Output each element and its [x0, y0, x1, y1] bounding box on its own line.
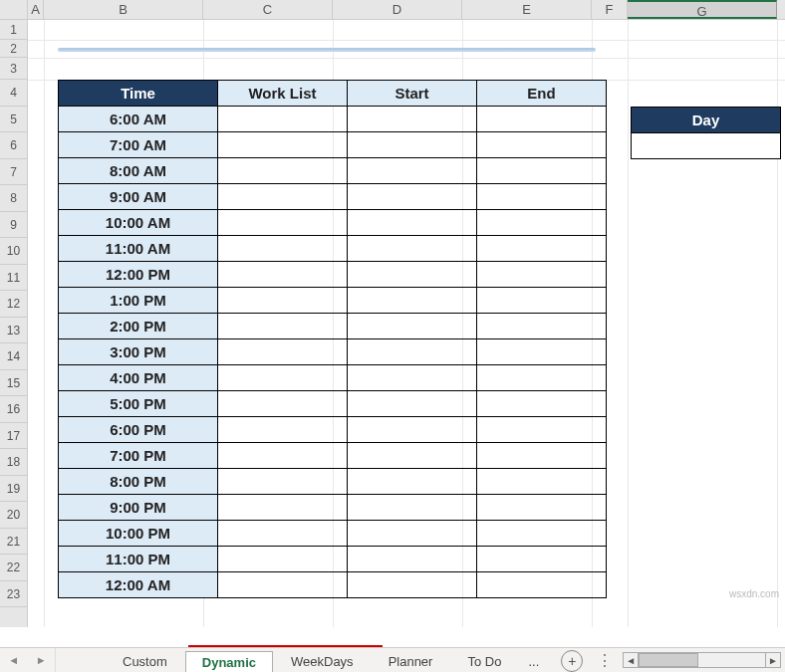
- cell[interactable]: [477, 521, 607, 547]
- row-header[interactable]: 13: [0, 318, 27, 344]
- row-header[interactable]: 14: [0, 343, 27, 370]
- header-day[interactable]: Day: [632, 108, 781, 133]
- row-header[interactable]: 20: [0, 502, 27, 529]
- time-cell[interactable]: 12:00 PM: [59, 262, 218, 288]
- row-header[interactable]: 23: [0, 581, 27, 608]
- cell[interactable]: [348, 184, 477, 210]
- cell[interactable]: [348, 288, 477, 314]
- cell[interactable]: [218, 521, 348, 547]
- time-cell[interactable]: 12:00 AM: [59, 572, 218, 598]
- cell[interactable]: [218, 132, 348, 158]
- time-cell[interactable]: 9:00 AM: [59, 184, 218, 210]
- nav-prev-icon[interactable]: ◄: [8, 654, 19, 666]
- cell[interactable]: [218, 184, 348, 210]
- header-worklist[interactable]: Work List: [218, 81, 348, 107]
- time-cell[interactable]: 6:00 PM: [59, 417, 218, 443]
- cell[interactable]: [477, 547, 607, 572]
- cell[interactable]: [477, 314, 607, 339]
- row-header[interactable]: 9: [0, 212, 27, 239]
- nav-next-icon[interactable]: ►: [36, 654, 47, 666]
- row-header[interactable]: 7: [0, 159, 27, 186]
- time-cell[interactable]: 8:00 AM: [59, 158, 218, 184]
- cell[interactable]: [477, 107, 607, 132]
- row-header[interactable]: 6: [0, 132, 27, 159]
- cell[interactable]: [477, 391, 607, 417]
- cell[interactable]: [348, 572, 477, 598]
- row-header[interactable]: 10: [0, 238, 27, 265]
- cell[interactable]: [348, 210, 477, 236]
- cell[interactable]: [218, 314, 348, 339]
- spreadsheet-grid[interactable]: Time Work List Start End 6:00 AM 7:00 AM…: [28, 20, 785, 627]
- cell[interactable]: [477, 236, 607, 262]
- cell[interactable]: [218, 339, 348, 365]
- col-header-a[interactable]: A: [28, 0, 44, 19]
- cell[interactable]: [348, 132, 477, 158]
- time-cell[interactable]: 5:00 PM: [59, 391, 218, 417]
- cell[interactable]: [348, 158, 477, 184]
- cell[interactable]: [218, 262, 348, 288]
- header-start[interactable]: Start: [348, 81, 477, 107]
- cell[interactable]: [477, 417, 607, 443]
- row-header[interactable]: 8: [0, 185, 27, 212]
- time-cell[interactable]: 11:00 PM: [59, 547, 218, 572]
- cell[interactable]: [477, 339, 607, 365]
- scroll-left-icon[interactable]: ◄: [623, 652, 639, 668]
- row-header[interactable]: 3: [0, 58, 27, 80]
- tab-dynamic[interactable]: Dynamic: [185, 651, 273, 672]
- add-sheet-button[interactable]: +: [561, 650, 583, 672]
- row-header[interactable]: 15: [0, 370, 27, 397]
- scroll-thumb[interactable]: [639, 653, 698, 667]
- cell[interactable]: [218, 495, 348, 521]
- scroll-track[interactable]: [638, 652, 766, 668]
- cell[interactable]: [218, 210, 348, 236]
- time-cell[interactable]: 2:00 PM: [59, 314, 218, 339]
- row-header[interactable]: 22: [0, 555, 27, 581]
- cell[interactable]: [348, 521, 477, 547]
- time-cell[interactable]: 10:00 PM: [59, 521, 218, 547]
- time-cell[interactable]: 10:00 AM: [59, 210, 218, 236]
- cell[interactable]: [348, 314, 477, 339]
- header-time[interactable]: Time: [59, 81, 218, 107]
- row-header[interactable]: 4: [0, 80, 27, 107]
- cell[interactable]: [348, 339, 477, 365]
- cell[interactable]: [477, 495, 607, 521]
- cell[interactable]: [348, 107, 477, 132]
- time-cell[interactable]: 7:00 AM: [59, 132, 218, 158]
- tab-weekdays[interactable]: WeekDays: [274, 650, 371, 672]
- time-cell[interactable]: 8:00 PM: [59, 469, 218, 495]
- col-header-f[interactable]: F: [592, 0, 628, 19]
- time-cell[interactable]: 3:00 PM: [59, 339, 218, 365]
- cell[interactable]: [348, 469, 477, 495]
- tab-custom[interactable]: Custom: [106, 650, 184, 672]
- row-header[interactable]: 17: [0, 423, 27, 450]
- sheet-nav-arrows[interactable]: ◄ ►: [0, 648, 56, 672]
- row-header[interactable]: 19: [0, 476, 27, 503]
- day-cell[interactable]: [632, 133, 781, 159]
- cell[interactable]: [218, 365, 348, 391]
- cell[interactable]: [218, 547, 348, 572]
- col-header-d[interactable]: D: [333, 0, 462, 19]
- cell[interactable]: [218, 107, 348, 132]
- scroll-right-icon[interactable]: ►: [765, 652, 781, 668]
- col-header-c[interactable]: C: [203, 0, 333, 19]
- cell[interactable]: [218, 417, 348, 443]
- cell[interactable]: [218, 288, 348, 314]
- cell[interactable]: [477, 469, 607, 495]
- cell[interactable]: [218, 443, 348, 469]
- time-cell[interactable]: 1:00 PM: [59, 288, 218, 314]
- time-cell[interactable]: 4:00 PM: [59, 365, 218, 391]
- tab-overflow[interactable]: ...: [519, 650, 548, 672]
- cell[interactable]: [348, 443, 477, 469]
- time-cell[interactable]: 9:00 PM: [59, 495, 218, 521]
- col-header-b[interactable]: B: [44, 0, 203, 19]
- cell[interactable]: [477, 365, 607, 391]
- cell[interactable]: [218, 572, 348, 598]
- tab-planner[interactable]: Planner: [372, 650, 450, 672]
- cell[interactable]: [477, 572, 607, 598]
- cell[interactable]: [348, 391, 477, 417]
- cell[interactable]: [348, 417, 477, 443]
- cell[interactable]: [348, 495, 477, 521]
- cell[interactable]: [477, 262, 607, 288]
- row-header[interactable]: 18: [0, 449, 27, 476]
- time-cell[interactable]: 11:00 AM: [59, 236, 218, 262]
